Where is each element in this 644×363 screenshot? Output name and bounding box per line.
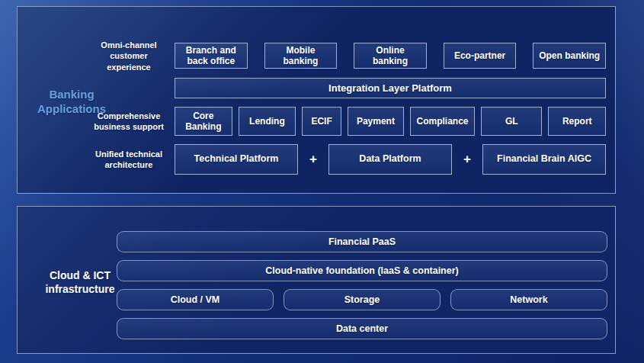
plus-sign: + <box>298 144 328 175</box>
box-compliance: Compliance <box>410 107 475 136</box>
omni-channel-label: Omni-channel customer experience <box>91 40 167 72</box>
infrastructure-stack: Financial PaaS Cloud-native foundation (… <box>117 231 607 339</box>
box-gl: GL <box>481 107 542 136</box>
plus-sign: + <box>452 144 482 175</box>
pill-cloud-native-foundation: Cloud-native foundation (IaaS & containe… <box>117 260 607 281</box>
box-online-banking: Online banking <box>354 43 427 69</box>
box-lending: Lending <box>239 107 296 136</box>
technical-architecture-label: Unified technical architecture <box>91 149 167 171</box>
pill-network: Network <box>450 289 607 310</box>
architecture-boxes: Technical Platform + Data Platform + Fin… <box>175 144 606 175</box>
integration-row: Integration Layer Platform <box>91 78 606 98</box>
banking-rows: Omni-channel customer experience Branch … <box>91 40 606 175</box>
box-ecif: ECIF <box>302 107 341 136</box>
box-data-platform: Data Platform <box>328 144 452 175</box>
box-mobile-banking: Mobile banking <box>264 43 338 69</box>
business-support-label: Comprehensive business support <box>91 111 167 133</box>
box-open-banking: Open banking <box>533 43 606 69</box>
pill-storage: Storage <box>284 289 441 310</box>
box-integration-layer-platform: Integration Layer Platform <box>175 78 606 98</box>
box-financial-brain-aigc: Financial Brain AIGC <box>482 144 606 175</box>
pill-financial-paas: Financial PaaS <box>117 231 607 252</box>
channel-boxes: Branch and back office Mobile banking On… <box>175 43 606 69</box>
pill-cloud-vm: Cloud / VM <box>117 289 274 310</box>
box-branch-and-back-office: Branch and back office <box>175 43 248 69</box>
technical-architecture-row: Unified technical architecture Technical… <box>91 144 606 175</box>
pill-data-center: Data center <box>117 318 607 339</box>
box-report: Report <box>548 107 606 136</box>
box-core-banking: Core Banking <box>175 107 232 136</box>
business-boxes: Core Banking Lending ECIF Payment Compli… <box>175 107 606 136</box>
box-eco-partner: Eco-partner <box>444 43 517 69</box>
banking-applications-panel: Banking Applications Omni-channel custom… <box>17 6 616 194</box>
box-payment: Payment <box>348 107 404 136</box>
business-support-row: Comprehensive business support Core Bank… <box>91 107 606 136</box>
omni-channel-row: Omni-channel customer experience Branch … <box>91 40 606 72</box>
resource-pill-row: Cloud / VM Storage Network <box>117 289 607 310</box>
box-technical-platform: Technical Platform <box>175 144 298 175</box>
cloud-ict-infrastructure-panel: Cloud & ICT infrastructure Financial Paa… <box>17 206 616 354</box>
integration-boxes: Integration Layer Platform <box>175 78 606 98</box>
